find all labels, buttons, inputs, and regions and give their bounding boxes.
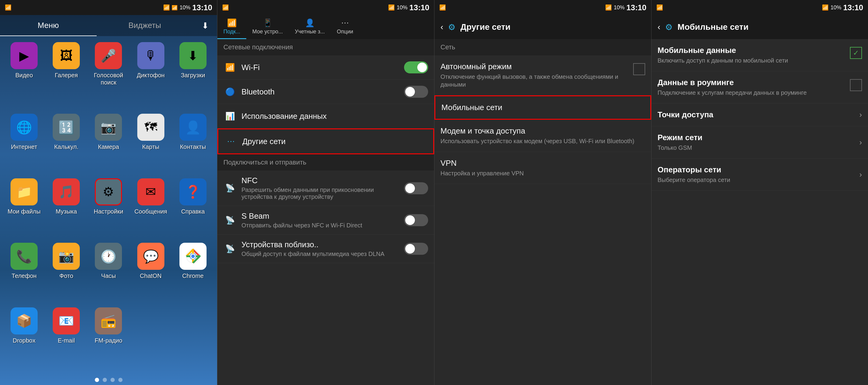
tab-connections[interactable]: 📶 Подк... [217,15,246,39]
dot-2[interactable] [103,378,107,382]
mobile-networks-item[interactable]: Мобильные сети [434,95,651,120]
wifi-toggle[interactable] [404,61,428,73]
nearby-toggle[interactable] [404,243,428,255]
app-calc-label: Калькул. [54,143,79,150]
app-maps-label: Карты [142,143,159,150]
mobile-data-checkbox[interactable]: ✓ [850,47,862,59]
roaming-checkbox[interactable] [850,79,862,91]
access-points-item[interactable]: Точки доступа › [652,103,868,126]
dot-3[interactable] [111,378,115,382]
battery-text-4: 10% [830,4,841,11]
app-dictaphone-label: Диктофон [137,72,165,79]
app-settings[interactable]: ⚙ Настройки [89,178,128,240]
other-networks-item[interactable]: ⋯ Другие сети [217,129,434,154]
bluetooth-item[interactable]: 🔵 Bluetooth [217,80,434,104]
app-messages[interactable]: ✉ Сообщения [131,178,170,240]
dot-1[interactable] [95,378,99,382]
app-chrome-label: Chrome [182,272,204,279]
status-right: 📶 📶 10% 13:10 [163,3,212,12]
tab-device[interactable]: 📱 Мое устро... [246,15,289,39]
tethering-item[interactable]: Модем и точка доступа Использовать устро… [434,120,651,152]
tab-menu[interactable]: Меню [0,15,97,36]
tab-accounts[interactable]: 👤 Учетные з... [289,15,331,39]
mobile-networks-header: ‹ ⚙ Мобильные сети [652,15,868,39]
download-tab[interactable]: ⬇ [193,15,217,36]
app-dictaphone[interactable]: 🎙 Диктофон [131,42,170,111]
app-contacts-label: Контакты [180,143,206,150]
wifi-icon: 📶 [163,4,170,11]
dot-4[interactable] [118,378,123,382]
network-mode-sub: Только GSM [657,144,859,151]
app-help[interactable]: ❓ Справка [174,178,213,240]
data-usage-label: Использование данных [242,112,428,121]
app-internet[interactable]: 🌐 Интернет [4,114,44,175]
battery-text-2: 10% [397,4,407,11]
app-voice[interactable]: 🎤 Голосовой поиск [89,42,128,111]
back-button-mobile[interactable]: ‹ [657,22,660,32]
bluetooth-toggle[interactable] [404,86,428,98]
app-clock-icon: 🕐 [95,243,122,270]
app-download[interactable]: ⬇ Загрузки [174,42,213,111]
app-music[interactable]: 🎵 Музыка [46,178,86,240]
connections-icon: 📶 [227,19,237,28]
sbeam-item[interactable]: 📡 S Beam Отправить файлы через NFC и Wi-… [217,206,434,235]
app-phone-grid[interactable]: 📞 Телефон [4,243,44,304]
app-fmradio[interactable]: 📻 FM-радио [89,307,128,369]
sim-icon-4: 📶 [656,4,663,11]
nearby-sub: Общий доступ к файлам мультимедиа через … [242,250,399,257]
app-camera[interactable]: 📷 Камера [89,114,128,175]
wifi-icon-3: 📶 [605,4,612,11]
accounts-label: Учетные з... [295,29,325,35]
mobile-data-title: Мобильные данные [657,46,847,55]
nfc-toggle-thumb [405,183,415,193]
airplane-mode-item[interactable]: Автономный режим Отключение функций вызо… [434,55,651,95]
network-mode-item[interactable]: Режим сети Только GSM › [652,126,868,159]
app-dropbox[interactable]: 📦 Dropbox [4,307,44,369]
app-chrome[interactable]: Chrome [174,243,213,304]
vpn-item[interactable]: VPN Настройка и управление VPN [434,152,651,184]
access-points-text: Точки доступа [657,110,859,119]
nearby-item[interactable]: 📡 Устройства поблизо.. Общий доступ к фа… [217,235,434,263]
nfc-item[interactable]: 📡 NFC Разрешить обмен данными при прикос… [217,171,434,206]
home-tabs: Меню Виджеты ⬇ [0,15,217,36]
app-music-icon: 🎵 [53,178,80,205]
mobile-data-item[interactable]: Мобильные данные Включить доступ к данны… [652,39,868,71]
app-dictaphone-icon: 🎙 [137,42,164,69]
app-calc[interactable]: 🔢 Калькул. [46,114,86,175]
network-mode-arrow: › [859,138,862,147]
app-dropbox-label: Dropbox [13,337,35,344]
app-fmradio-icon: 📻 [95,307,122,335]
other-networks-header: ‹ ⚙ Другие сети [434,15,651,39]
tab-widgets[interactable]: Виджеты [97,15,193,36]
other-networks-icon: ⋯ [224,135,238,148]
access-points-title: Точки доступа [657,110,859,119]
app-chaton[interactable]: 💬 ChatON [131,243,170,304]
app-files[interactable]: 📁 Мои файлы [4,178,44,240]
status-left-3: 📶 [439,4,446,11]
app-music-label: Музыка [56,208,77,215]
back-button-other[interactable]: ‹ [440,22,443,32]
tab-options[interactable]: ⋯ Опции [331,15,359,39]
sbeam-toggle[interactable] [404,214,428,226]
nfc-label: NFC [242,176,399,185]
app-photo[interactable]: 📸 Фото [46,243,86,304]
app-messages-icon: ✉ [137,178,164,205]
wifi-item[interactable]: 📶 Wi-Fi [217,55,434,80]
roaming-title: Данные в роуминге [657,78,847,87]
app-maps[interactable]: 🗺 Карты [131,114,170,175]
network-section-label: Сеть [434,39,651,55]
network-operators-item[interactable]: Операторы сети Выберите оператора сети › [652,159,868,191]
app-video[interactable]: ▶ Видео [4,42,44,111]
nearby-label: Устройства поблизо.. [242,240,399,249]
app-gallery[interactable]: 🖼 Галерея [46,42,86,111]
signal-icon: 📶 [172,5,178,10]
app-email[interactable]: 📧 E-mail [46,307,86,369]
app-clock[interactable]: 🕐 Часы [89,243,128,304]
roaming-item[interactable]: Данные в роуминге Подключение к услугам … [652,71,868,103]
app-contacts[interactable]: 👤 Контакты [174,114,213,175]
app-clock-label: Часы [101,272,116,279]
data-usage-item[interactable]: 📊 Использование данных [217,104,434,129]
nfc-toggle[interactable] [404,182,428,194]
airplane-checkbox[interactable] [633,63,645,75]
mobile-networks-screen: 📶 📶 10% 13:10 ‹ ⚙ Мобильные сети Мобильн… [651,0,868,385]
